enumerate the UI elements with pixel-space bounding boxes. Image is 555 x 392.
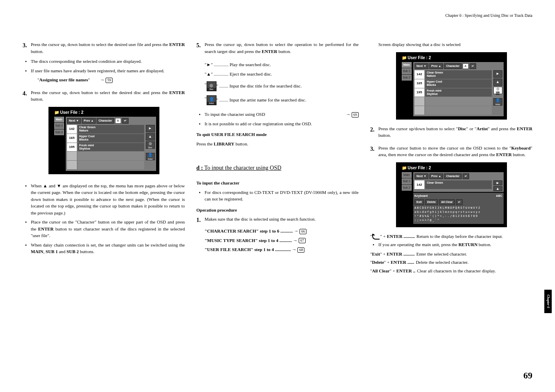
c3-step-2-number: 2. xyxy=(370,125,378,139)
step-5-number: 5. xyxy=(196,41,205,55)
c3-step-3-text: Press the cursor button to move the curs… xyxy=(378,145,532,158)
play-line: "►" ............. Play the searched disc… xyxy=(205,61,359,68)
disc-icon: ◎Disc xyxy=(146,141,155,149)
column-2: 5. Press the cursor up, down button to s… xyxy=(196,41,359,276)
step-3-text: Press the cursor up, down button to sele… xyxy=(31,41,185,55)
c3-step-2-text: Press the cursor up/down button to selec… xyxy=(378,125,532,139)
list-item: If you are operating the main unit, pres… xyxy=(378,241,532,248)
step-4-text: Press the cursor up, down button to sele… xyxy=(31,89,185,103)
input-title: To input the character xyxy=(196,180,359,187)
list-item: When daisy chain connection is set, the … xyxy=(31,242,185,255)
eject-line: "▲" ............. Eject the searched dis… xyxy=(205,71,359,78)
page-number: 69 xyxy=(523,369,532,382)
quit-title: To quit USER FILE SEARCH mode xyxy=(196,131,359,138)
side-tab: Chapter 6 xyxy=(544,290,552,313)
list-item: When ▲ and ▼ are displayed on the top, t… xyxy=(31,182,185,217)
c3-step-3-number: 3. xyxy=(370,145,378,158)
step-5-text: Press the cursor up, down button to sele… xyxy=(205,41,359,55)
osd-screen: 📁 User File : 2 Main Sub 1 Sub 2 Next ▼ … xyxy=(48,107,159,174)
page-ref: 59 xyxy=(106,78,113,83)
step-4-number: 4. xyxy=(23,89,31,103)
list-item: For discs corresponding to CD-TEXT or DV… xyxy=(205,189,359,203)
op-step-1-text: Makes sure that the disc is selected usi… xyxy=(205,216,359,224)
artist-icon: 👤Artist xyxy=(146,153,155,160)
eject-icon: ▲ xyxy=(146,133,155,141)
list-item: Place the cursor on the "Character" butt… xyxy=(31,219,185,239)
list-item: To input the character using OSD → 69 xyxy=(205,111,359,118)
operation-title: Operation procedure xyxy=(196,207,359,214)
list-item: It is not possible to add or clear regis… xyxy=(205,120,359,127)
osd-keyboard: 📁 User File : 2 Main Sub 1 Sub 2 Next ▼ … xyxy=(396,162,507,227)
play-icon: ► xyxy=(146,125,155,132)
screen-caption: Screen display showing that a disc is se… xyxy=(378,41,532,48)
list-item: If user file names have already been reg… xyxy=(31,67,185,74)
disc-icon: ◎Disc xyxy=(207,81,216,91)
op-step-1-number: 1. xyxy=(196,216,205,224)
artist-icon: 👤Artist xyxy=(207,95,216,105)
list-item: The discs corresponding the selected con… xyxy=(31,58,185,65)
return-icon xyxy=(372,234,380,240)
column-3: Screen display showing that a disc is se… xyxy=(370,41,532,276)
column-1: 3. Press the cursor up, down button to s… xyxy=(23,41,185,276)
chapter-header: Chapter 6 : Specifying and Using Disc or… xyxy=(445,12,532,18)
step-3-number: 3. xyxy=(23,41,31,55)
section-d-heading: d : To input the character using OSD xyxy=(196,164,359,172)
osd-screen-selected: 📁 User File : 2 Main Sub 1 Sub 2 Next ▼ … xyxy=(396,52,507,120)
